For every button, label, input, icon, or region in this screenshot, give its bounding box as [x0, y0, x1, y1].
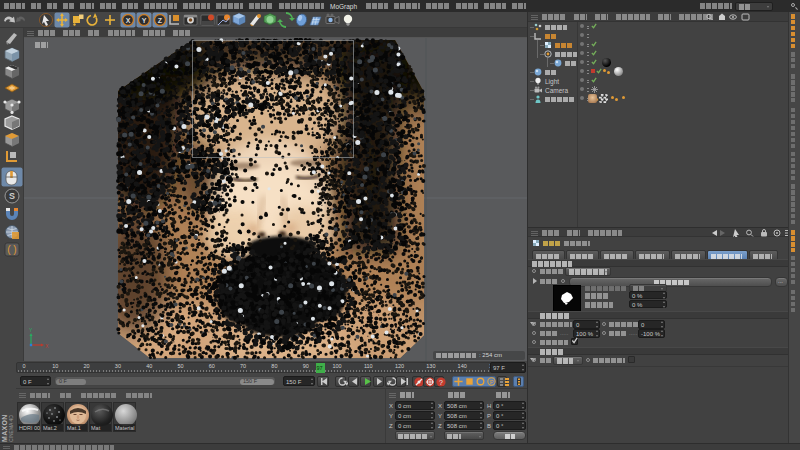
- svg-text:X: X: [126, 17, 131, 24]
- svg-text:( ): ( ): [7, 244, 16, 255]
- svg-text:Y: Y: [142, 17, 147, 24]
- svg-text:?: ?: [439, 378, 443, 385]
- svg-text:Z: Z: [158, 17, 163, 24]
- svg-text:P: P: [490, 378, 494, 384]
- svg-text:S: S: [9, 191, 15, 201]
